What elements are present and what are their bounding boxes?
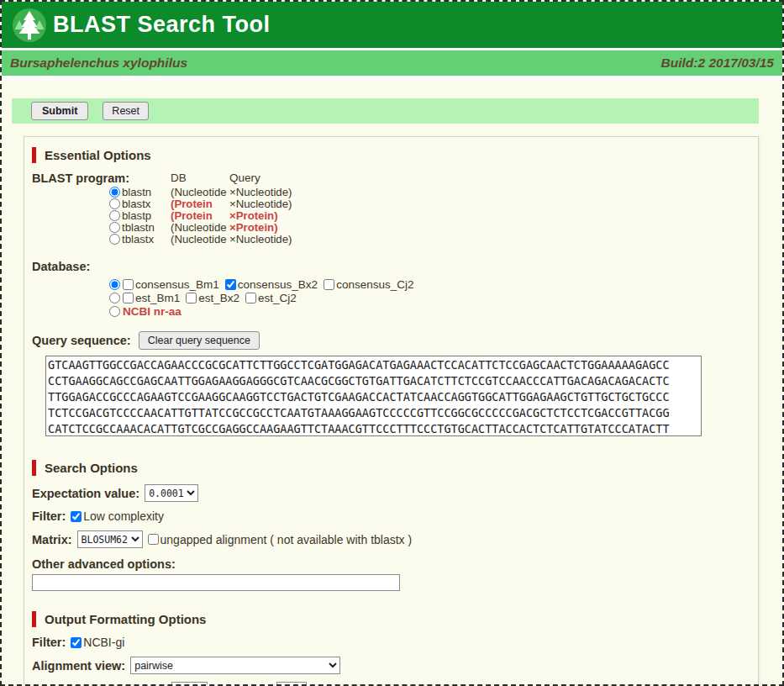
program-option-label: tblastx bbox=[122, 233, 154, 245]
ncbi-gi-option[interactable]: NCBI-gi bbox=[71, 636, 124, 649]
tblastn-radio[interactable] bbox=[109, 222, 120, 233]
section-marker-bar bbox=[32, 611, 36, 627]
output-options-header: Output Formatting Options bbox=[32, 611, 750, 627]
est-bx2-checkbox[interactable] bbox=[186, 293, 197, 303]
checkbox-label: consensus_Bx2 bbox=[238, 278, 318, 291]
program-db-type: (Nucleotide bbox=[171, 186, 229, 198]
blastn-radio[interactable] bbox=[109, 187, 120, 198]
db-option-consensus-cj2[interactable]: consensus_Cj2 bbox=[324, 278, 413, 291]
db-option-est-bm1[interactable]: est_Bm1 bbox=[123, 292, 180, 304]
program-table-header: BLAST program: DB Query bbox=[32, 172, 750, 185]
db-option-consensus-bm1[interactable]: consensus_Bm1 bbox=[123, 278, 219, 291]
advanced-options-label: Other advanced options: bbox=[32, 557, 750, 571]
est-cj2-checkbox[interactable] bbox=[245, 293, 256, 303]
consensus-cj2-checkbox[interactable] bbox=[324, 279, 334, 290]
query-column-header: Query bbox=[229, 172, 260, 185]
expectation-select[interactable]: 0.0001 bbox=[145, 484, 198, 502]
low-complexity-option[interactable]: Low complexity bbox=[71, 509, 164, 523]
advanced-options-input[interactable] bbox=[32, 574, 400, 591]
consensus-bm1-checkbox[interactable] bbox=[123, 279, 134, 290]
checkbox-label: est_Cj2 bbox=[258, 292, 297, 304]
db-option-est-cj2[interactable]: est_Cj2 bbox=[245, 292, 297, 304]
db-column-header: DB bbox=[171, 172, 229, 185]
submit-button[interactable]: Submit bbox=[31, 102, 88, 120]
ncbi-db-radio[interactable] bbox=[109, 306, 120, 317]
blast-program-label: BLAST program: bbox=[32, 172, 171, 185]
query-sequence-row: Query sequence: Clear query sequence bbox=[32, 331, 750, 350]
reset-button[interactable]: Reset bbox=[103, 102, 149, 120]
checkbox-label: NCBI-gi bbox=[83, 636, 124, 649]
blastp-radio[interactable] bbox=[109, 210, 120, 221]
checkbox-label: est_Bm1 bbox=[135, 292, 180, 304]
sub-header: Bursaphelenchus xylophilus Build:2 2017/… bbox=[2, 50, 782, 80]
program-db-type: (Nucleotide bbox=[171, 221, 229, 234]
filter-label: Filter: bbox=[32, 509, 66, 523]
program-query-type: ×Protein) bbox=[229, 221, 278, 234]
blast-search-page: BLAST Search Tool Bursaphelenchus xyloph… bbox=[2, 2, 782, 686]
est-bm1-checkbox[interactable] bbox=[123, 293, 134, 303]
essential-options-header: Essential Options bbox=[32, 147, 750, 163]
alignment-view-select[interactable]: pairwise bbox=[130, 657, 340, 674]
section-marker-bar bbox=[32, 460, 36, 476]
ncbi-gi-checkbox[interactable] bbox=[71, 637, 82, 648]
checkbox-label: Low complexity bbox=[83, 509, 164, 523]
est-db-radio[interactable] bbox=[109, 293, 120, 303]
program-option-label: blastn bbox=[122, 186, 151, 198]
matrix-select[interactable]: BLOSUM62 bbox=[77, 530, 143, 548]
low-complexity-checkbox[interactable] bbox=[71, 511, 82, 522]
organism-name: Bursaphelenchus xylophilus bbox=[10, 55, 187, 71]
program-option-blastn[interactable]: blastn bbox=[109, 186, 171, 198]
query-sequence-textarea[interactable]: GTCAAGTTGGCCGACCAGAACCCGCGCATTCTTGGCCTCG… bbox=[45, 356, 702, 436]
submit-toolbar: Submit Reset bbox=[12, 98, 759, 124]
program-query-type: ×Protein) bbox=[229, 209, 278, 222]
blast-program-group: BLAST program: DB Query blastn (Nucleoti… bbox=[32, 172, 750, 245]
checkbox-label: est_Bx2 bbox=[198, 292, 239, 304]
tblastx-radio[interactable] bbox=[109, 234, 120, 245]
clear-query-button[interactable]: Clear query sequence bbox=[139, 331, 260, 350]
expectation-value-label: Expectation value: bbox=[32, 487, 139, 500]
ungapped-alignment-checkbox[interactable] bbox=[148, 534, 159, 545]
matrix-row: Matrix: BLOSUM62 ungapped alignment ( no… bbox=[32, 530, 750, 548]
program-query-type: ×Nucleotide) bbox=[229, 233, 292, 245]
database-row-consensus: consensus_Bm1 consensus_Bx2 consensus_Cj… bbox=[109, 277, 750, 291]
program-option-tblastx[interactable]: tblastx bbox=[109, 233, 171, 245]
program-option-row: blastx (Protein ×Nucleotide) bbox=[32, 198, 750, 209]
alignments-select[interactable]: 50 bbox=[276, 682, 307, 686]
app-header: BLAST Search Tool bbox=[2, 2, 782, 50]
pine-tree-logo-icon bbox=[12, 8, 47, 43]
database-row-est: est_Bm1 est_Bx2 est_Cj2 bbox=[109, 291, 750, 304]
program-option-tblastn[interactable]: tblastn bbox=[109, 221, 171, 234]
program-option-label: tblastn bbox=[122, 221, 155, 234]
program-option-blastx[interactable]: blastx bbox=[109, 198, 171, 210]
options-panel: Essential Options BLAST program: DB Quer… bbox=[24, 136, 759, 686]
checkbox-label: consensus_Cj2 bbox=[336, 278, 413, 291]
program-option-row: blastn (Nucleotide ×Nucleotide) bbox=[32, 186, 750, 198]
filter-row: Filter: Low complexity bbox=[32, 509, 750, 523]
db-option-consensus-bx2[interactable]: consensus_Bx2 bbox=[225, 278, 318, 291]
section-marker-bar bbox=[32, 147, 36, 163]
program-option-label: blastx bbox=[122, 198, 150, 210]
output-filter-row: Filter: NCBI-gi bbox=[32, 636, 750, 649]
ungapped-alignment-option[interactable]: ungapped alignment ( not available with … bbox=[148, 533, 413, 546]
program-option-label: blastp bbox=[122, 209, 151, 222]
db-option-est-bx2[interactable]: est_Bx2 bbox=[186, 292, 239, 304]
matrix-label: Matrix: bbox=[32, 533, 72, 546]
database-row-ncbi: NCBI nr-aa bbox=[109, 304, 750, 318]
consensus-bx2-checkbox[interactable] bbox=[225, 279, 236, 290]
blastx-radio[interactable] bbox=[109, 198, 120, 209]
search-options-title: Search Options bbox=[45, 461, 138, 475]
program-option-row: tblastn (Nucleotide ×Protein) bbox=[32, 221, 750, 233]
program-option-blastp[interactable]: blastp bbox=[109, 209, 171, 222]
database-group: Database: consensus_Bm1 consensus_Bx2 co… bbox=[32, 260, 750, 318]
output-filter-label: Filter: bbox=[32, 636, 66, 649]
program-option-row: tblastx (Nucleotide ×Nucleotide) bbox=[32, 233, 750, 245]
program-db-type: (Protein bbox=[171, 198, 229, 210]
expectation-value-row: Expectation value: 0.0001 bbox=[32, 484, 750, 502]
descriptions-select[interactable]: 100 bbox=[171, 682, 208, 686]
number-of-row: Number of: Descriptions 100 Alignments 5… bbox=[32, 682, 750, 686]
consensus-db-radio[interactable] bbox=[109, 279, 120, 290]
search-options-header: Search Options bbox=[32, 460, 750, 476]
database-label: Database: bbox=[32, 260, 750, 273]
program-query-type: ×Nucleotide) bbox=[229, 186, 292, 198]
build-info: Build:2 2017/03/15 bbox=[661, 55, 774, 71]
